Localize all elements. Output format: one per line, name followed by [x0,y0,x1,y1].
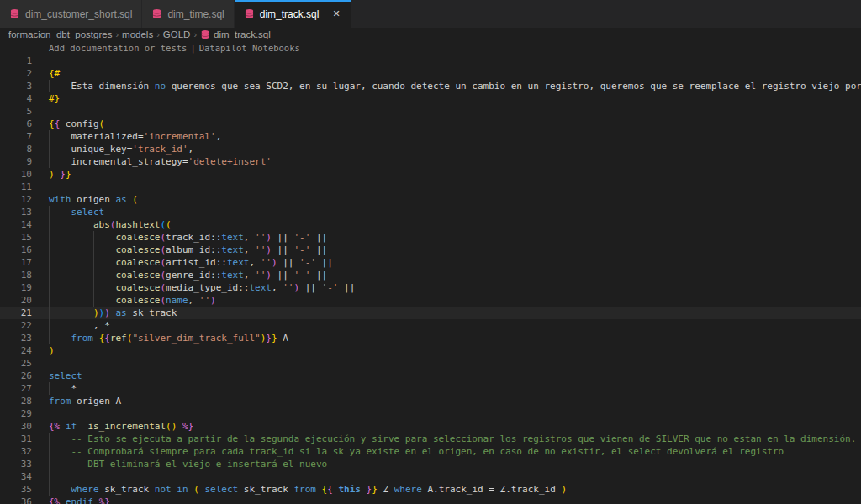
code-line[interactable]: 35 where sk_track not in ( select sk_tra… [0,483,861,496]
line-number: 1 [0,55,32,67]
code-text: coalesce(media_type_id::text, '') || '-'… [49,281,861,294]
code-line[interactable]: 24) [0,344,861,357]
chevron-right-icon: › [193,29,197,39]
code-text: {# [49,67,861,80]
code-line[interactable]: 27 * [0,382,861,395]
breadcrumb-item-models[interactable]: models [122,29,153,39]
indent-guide [49,244,50,256]
line-number: 22 [0,319,32,332]
line-number: 15 [0,231,32,244]
code-line[interactable]: 17 coalesce(artist_id::text, '') || '-' … [0,256,861,269]
code-editor[interactable]: Add documentation or tests | Datapilot N… [0,41,861,504]
line-number: 17 [0,256,32,269]
indent-guide [49,307,50,319]
breadcrumb-item-dim_track.sql[interactable]: dim_track.sql [200,29,271,39]
code-text [49,55,861,67]
database-icon [151,8,162,19]
indent-guide [71,294,71,307]
indent-guide [93,256,94,269]
code-text: {% endif %} [49,496,861,504]
breadcrumb-item-GOLD[interactable]: GOLD [163,29,191,39]
tab-label: dim_time.sql [167,8,224,20]
code-text: coalesce(artist_id::text, '') || '-' || [49,256,861,269]
code-text: * [49,382,861,395]
code-line[interactable]: 30{% if is_incremental() %} [0,420,861,433]
tab-label: dim_track.sql [260,8,320,20]
code-line[interactable]: 10) }} [0,168,861,181]
breadcrumb-label: models [122,29,153,39]
line-number: 11 [0,181,32,193]
code-line[interactable]: 15 coalesce(track_id::text, '') || '-' |… [0,231,861,244]
code-text [49,357,861,370]
tab-dim_track.sql[interactable]: dim_track.sql✕ [235,0,351,28]
code-line[interactable]: 1 [0,55,861,67]
code-text: -- DBT eliminará el viejo e insertará el… [49,458,861,470]
code-line[interactable]: 14 abs(hashtext(( [0,218,861,231]
close-icon[interactable]: ✕ [330,8,341,20]
line-number: 16 [0,244,32,256]
code-line[interactable]: 7 materialized='incremental', [0,130,861,143]
code-line[interactable]: 6{{ config( [0,118,861,130]
indent-guide [49,206,50,218]
line-number: 29 [0,407,32,420]
code-text: , * [49,319,861,332]
code-line[interactable]: 29 [0,407,861,420]
indent-guide [71,319,71,332]
breadcrumb-item-formacion_dbt_postgres[interactable]: formacion_dbt_postgres [8,29,112,39]
line-number: 10 [0,168,32,181]
line-number: 30 [0,420,32,433]
code-line[interactable]: 5 [0,105,861,118]
code-line[interactable]: 21 ))) as sk_track [0,307,861,319]
code-line[interactable]: 18 coalesce(genre_id::text, '') || '-' |… [0,269,861,281]
indent-guide [49,130,50,143]
line-number: 35 [0,483,32,496]
tab-label: dim_customer_short.sql [25,8,132,20]
code-line[interactable]: 2{# [0,67,861,80]
code-line[interactable]: 32 -- Comprobará siempre para cada track… [0,445,861,458]
tab-dim_customer_short.sql[interactable]: dim_customer_short.sql [0,0,141,28]
code-line[interactable]: 4#} [0,92,861,105]
code-text: coalesce(name, '') [49,294,861,307]
code-text [49,407,861,420]
code-line[interactable]: 23 from {{ref("silver_dim_track_full")}}… [0,332,861,344]
chevron-right-icon: › [156,29,160,39]
code-line[interactable]: 28from origen A [0,395,861,407]
line-number: 5 [0,105,32,118]
indent-guide [71,256,71,269]
line-number: 21 [0,307,32,319]
code-line[interactable]: 3 Esta dimensión no queremos que sea SCD… [0,80,861,92]
code-line[interactable]: 19 coalesce(media_type_id::text, '') || … [0,281,861,294]
indent-guide [49,231,50,244]
code-line[interactable]: 16 coalesce(album_id::text, '') || '-' |… [0,244,861,256]
breadcrumb-label: dim_track.sql [214,29,271,39]
code-line[interactable]: 22 , * [0,319,861,332]
indent-guide [49,319,50,332]
code-line[interactable]: 13 select [0,206,861,218]
codelens-row: Add documentation or tests | Datapilot N… [49,41,861,55]
code-text: unique_key='track_id', [49,143,861,155]
code-line[interactable]: 31 -- Esto se ejecuta a partir de la seg… [0,433,861,445]
code-line[interactable]: 12with origen as ( [0,193,861,206]
code-line[interactable]: 36{% endif %} [0,496,861,504]
indent-guide [49,269,50,281]
indent-guide [71,281,71,294]
code-line[interactable]: 26select [0,370,861,382]
line-number: 25 [0,357,32,370]
code-text: from {{ref("silver_dim_track_full")}} A [49,332,861,344]
code-line[interactable]: 25 [0,357,861,370]
breadcrumb-label: GOLD [163,29,191,39]
indent-guide [71,231,71,244]
code-line[interactable]: 33 -- DBT eliminará el viejo e insertará… [0,458,861,470]
code-line[interactable]: 9 incremental_strategy='delete+insert' [0,155,861,168]
line-number: 7 [0,130,32,143]
codelens-datapilot-link[interactable]: Datapilot Notebooks [199,43,300,53]
code-text: from origen A [49,395,861,407]
code-line[interactable]: 8 unique_key='track_id', [0,143,861,155]
codelens-add-documentation-link[interactable]: Add documentation or tests [49,43,187,53]
tab-dim_time.sql[interactable]: dim_time.sql [142,0,233,28]
code-line[interactable]: 34 [0,470,861,483]
line-number: 36 [0,496,32,504]
code-line[interactable]: 11 [0,181,861,193]
indent-guide [49,483,50,496]
code-line[interactable]: 20 coalesce(name, '') [0,294,861,307]
